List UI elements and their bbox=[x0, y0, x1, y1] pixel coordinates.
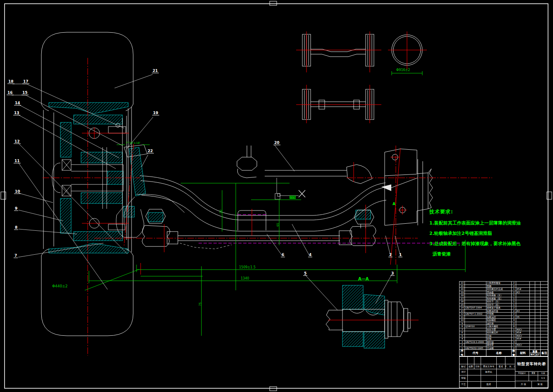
dim-rim-ref: Φ440±2 bbox=[52, 284, 68, 288]
parts-row-5: 5主销140Cr bbox=[459, 334, 548, 337]
rev-doc: 更改文件号 bbox=[481, 364, 497, 369]
dim-track: 1509±1.5 bbox=[239, 266, 256, 269]
parts-row-8: 8Q34H10六角头螺栓8 bbox=[459, 325, 548, 328]
scale-value: 1:1 bbox=[538, 375, 548, 381]
callout-5: 5 bbox=[303, 271, 307, 276]
parts-row-20: 20转向横拉杆总成145# bbox=[459, 287, 548, 291]
callout-2: 2 bbox=[388, 253, 393, 257]
callout-11: 11 bbox=[14, 159, 21, 163]
parts-row-11: 11轮毂油封235 bbox=[459, 316, 548, 319]
title-block: 22六角槽形螺母221垫圈220转向横拉杆总成145#19挡油盘2A318制动底… bbox=[459, 281, 548, 388]
callout-leaders bbox=[12, 74, 400, 310]
sheet-total: 共 张 bbox=[515, 381, 532, 387]
callout-9: 9 bbox=[14, 206, 18, 211]
weight-label: 重量 bbox=[529, 372, 538, 375]
parts-row-9: 9油封座2 bbox=[459, 322, 548, 325]
col-name: 名称 bbox=[486, 350, 512, 356]
callout-22: 22 bbox=[147, 149, 154, 153]
parts-row-3: 3GB/T119.1-2000圆柱销3 bbox=[459, 340, 548, 344]
cad-drawing-sheet[interactable]: 技术要求: 1.装配前其工作表面应涂上一层薄薄的润滑油2.轮毂轴承加注2号锂基润… bbox=[0, 0, 553, 392]
parts-row-22: 22六角槽形螺母2 bbox=[459, 281, 548, 284]
callout-7: 7 bbox=[14, 253, 18, 258]
role-approve: 批准 bbox=[481, 382, 497, 387]
tech-requirement-line-2: 2.轮毂轴承加注2号锂基润滑脂 bbox=[429, 228, 521, 239]
callout-20: 20 bbox=[273, 141, 280, 145]
dim-beam-to-rod: 50 bbox=[219, 210, 223, 213]
dim-kingpin-span: 1340 bbox=[241, 277, 249, 280]
tech-requirement-line-3: 3.总成装配后，若有掉漆现象，要求补涂黑色 bbox=[429, 239, 521, 249]
col-remark: 备注 bbox=[541, 350, 548, 356]
dim-offset: 75 bbox=[199, 302, 202, 306]
rev-mark: 标记 bbox=[460, 364, 468, 369]
dim-kingpin-angle: 7°30'±18' bbox=[126, 141, 140, 145]
drawing-title: 轻型货车转向桥 bbox=[515, 357, 548, 372]
callout-16: 16 bbox=[7, 91, 14, 95]
callout-14: 14 bbox=[14, 101, 21, 105]
parts-list-header: 序号 代号 名称 数量 材料 重量 单件总计 备注 bbox=[459, 349, 548, 356]
title-block-grid: 标记 处数 分区 更改文件号 签名 年、月、日 设计 标准化 审核 工艺 批准 … bbox=[459, 356, 548, 388]
parts-list: 22六角槽形螺母221垫圈220转向横拉杆总成145#19挡油盘2A318制动底… bbox=[459, 281, 548, 349]
callout-13: 13 bbox=[13, 111, 20, 115]
tech-requirement-line-1: 1.装配前其工作表面应涂上一层薄薄的润滑油 bbox=[429, 218, 521, 228]
role-process: 工艺 bbox=[460, 382, 468, 387]
callout-4: 4 bbox=[308, 253, 312, 257]
stage-label: 阶段标记 bbox=[515, 372, 529, 375]
scale-label: 比例 bbox=[538, 372, 548, 375]
callout-15: 15 bbox=[22, 91, 29, 95]
rev-zone: 分区 bbox=[474, 364, 481, 369]
callout-21: 21 bbox=[152, 69, 159, 73]
parts-row-15: 15转向节（右）1 bbox=[459, 303, 548, 306]
rev-date: 年、月、日 bbox=[505, 364, 515, 369]
parts-row-21: 21垫圈2 bbox=[459, 284, 548, 288]
callout-18: 18 bbox=[7, 79, 14, 84]
section-aa-label: A—A bbox=[358, 277, 369, 281]
callout-10: 10 bbox=[14, 189, 21, 194]
parts-row-6: 6转向横拉杆145# bbox=[459, 331, 548, 334]
callout-8: 8 bbox=[14, 225, 18, 230]
callout-12: 12 bbox=[14, 139, 21, 144]
parts-row-12: 12GB/T97.1-2002平垫圈2 bbox=[459, 312, 548, 316]
parts-row-4: 4前轴145# bbox=[459, 337, 548, 340]
callout-6: 6 bbox=[281, 253, 285, 257]
tech-requirements-heading: 技术要求: bbox=[429, 209, 521, 215]
right-knuckle bbox=[381, 149, 433, 225]
phantom-lines bbox=[199, 215, 467, 243]
parts-row-13: 13轮毂油封盖2A3 bbox=[459, 309, 548, 313]
parts-row-14: 14GB/T297-1994圆锥滚子轴承2 bbox=[459, 306, 548, 309]
axle-beam bbox=[140, 146, 386, 249]
dim-drag-link: 775 bbox=[290, 196, 296, 199]
section-aa-detail bbox=[326, 285, 410, 348]
sheet-number: 第 张 bbox=[532, 381, 548, 387]
callout-1: 1 bbox=[398, 253, 402, 257]
parts-row-17: 17制动底板（右）1 bbox=[459, 297, 548, 300]
col-code: 代号 bbox=[465, 350, 486, 356]
dim-rod-drop: 65 bbox=[276, 223, 280, 227]
role-check: 审核 bbox=[460, 375, 468, 382]
view-arrow-label: A bbox=[393, 202, 395, 206]
tech-requirement-line-4: 沥青瓷漆 bbox=[429, 249, 521, 259]
parts-row-16: 16转向节（左）1 bbox=[459, 300, 548, 303]
parts-row-1: 1GB/T5632-1985注油嘴2 bbox=[459, 347, 548, 350]
parts-row-7: 7转向节臂140Cr bbox=[459, 328, 548, 331]
rev-count: 处数 bbox=[468, 364, 474, 369]
rev-sign: 签名 bbox=[497, 364, 505, 369]
schematic-views bbox=[302, 34, 422, 120]
role-standardization: 标准化 bbox=[481, 369, 497, 375]
parts-row-2: 2梯形臂140Cr bbox=[459, 343, 548, 347]
dim-wheel-dia: Φ916±2 bbox=[396, 69, 410, 72]
technical-requirements: 技术要求: 1.装配前其工作表面应涂上一层薄薄的润滑油2.轮毂轴承加注2号锂基润… bbox=[429, 209, 521, 259]
col-qty: 数量 bbox=[512, 350, 516, 356]
dimension-lines bbox=[85, 71, 465, 336]
role-design: 设计 bbox=[460, 369, 468, 375]
parts-row-19: 19挡油盘2A3 bbox=[459, 291, 548, 294]
col-mat: 材料 bbox=[516, 350, 530, 356]
parts-row-10: 10轮胎螺栓4 bbox=[459, 318, 548, 322]
callout-3: 3 bbox=[390, 271, 395, 276]
callout-17: 17 bbox=[22, 79, 29, 84]
col-weight: 重量 单件总计 bbox=[530, 350, 541, 356]
col-seq: 序号 bbox=[460, 350, 465, 356]
parts-row-18: 18制动底板（左）1 bbox=[459, 294, 548, 297]
callout-19: 19 bbox=[152, 111, 159, 115]
